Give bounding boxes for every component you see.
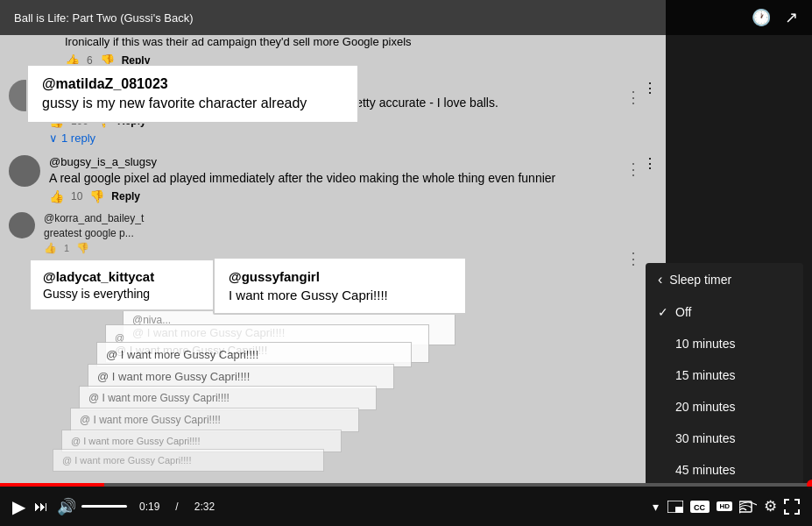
stacked-box-8: @ I want more Gussy Capri!!!! xyxy=(53,449,324,472)
hd-badge: HD xyxy=(717,501,732,511)
stacked-box-5: @ I want more Gussy Capri!!!! xyxy=(79,386,377,410)
title-icons: 🕐 ↗ xyxy=(752,8,798,27)
avatar-4 xyxy=(9,212,35,238)
sleep-timer-30min[interactable]: ✓ 30 minutes xyxy=(646,423,803,454)
comment-more-options-area: ⋮ ⋮ ⋮ xyxy=(625,88,641,268)
play-button[interactable]: ▶ xyxy=(12,496,25,517)
volume-slider[interactable] xyxy=(81,505,127,508)
highlight-user-1: @matildaZ_081023 xyxy=(42,76,343,92)
comment-text-4: greatest google p... xyxy=(44,227,657,239)
comment-text-3: A real google pixel ad played immediatel… xyxy=(49,171,634,185)
watch-later-icon[interactable]: 🕐 xyxy=(752,8,771,27)
comment-text-1: Ironically if this was their ad campaign… xyxy=(53,35,653,52)
reply-btn-3[interactable]: Reply xyxy=(111,190,140,203)
sleep-timer-10min[interactable]: ✓ 10 minutes xyxy=(646,328,803,359)
sleep-timer-header: ‹ Sleep timer xyxy=(646,263,803,296)
settings-button[interactable]: ⚙ xyxy=(764,497,777,515)
highlight-text-1: gussy is my new favorite character alrea… xyxy=(42,96,343,111)
reply-toggle-2[interactable]: ∨ 1 reply xyxy=(49,132,634,145)
highlight-comment-3: @ladycat_kittycat Gussy is everything xyxy=(29,259,217,311)
sleep-timer-back-icon[interactable]: ‹ xyxy=(658,272,662,288)
cast-button[interactable] xyxy=(739,500,757,514)
svg-point-5 xyxy=(739,510,741,513)
comment-options-2[interactable]: ⋮ xyxy=(643,80,657,145)
right-controls: CC HD ⚙ xyxy=(667,497,800,515)
comment-user-4: @korra_and_bailey_t xyxy=(44,212,657,224)
highlight-user-2: @gussyfangirl xyxy=(229,269,451,284)
sleep-timer-off[interactable]: ✓ Off xyxy=(646,296,803,328)
dislike-icon-4: 👎 xyxy=(76,242,89,254)
sleep-timer-option-30: 30 minutes xyxy=(675,431,735,445)
highlight-comment-2: @gussyfangirl I want more Gussy Capri!!!… xyxy=(213,257,467,315)
volume-area: 🔊 xyxy=(57,497,127,516)
highlight-text-2: I want more Gussy Capri!!!! xyxy=(229,288,451,302)
sleep-timer-option-20: 20 minutes xyxy=(675,400,735,414)
like-icon-4: 👍 xyxy=(44,242,57,254)
sleep-timer-45min[interactable]: ✓ 45 minutes xyxy=(646,454,803,486)
comment-options-3[interactable]: ⋮ xyxy=(643,155,657,203)
sleep-timer-20min[interactable]: ✓ 20 minutes xyxy=(646,391,803,423)
time-total: 2:32 xyxy=(194,501,215,513)
miniplayer-button[interactable] xyxy=(667,501,683,513)
stacked-box-6: @ I want more Gussy Capri!!!! xyxy=(70,408,359,432)
highlight-comment-1: @matildaZ_081023 gussy is my new favorit… xyxy=(26,64,359,124)
stacked-boxes-area: @niva... @ I want more Gussy Capri!!!! @… xyxy=(53,307,491,482)
share-icon[interactable]: ↗ xyxy=(785,8,798,27)
volume-icon[interactable]: 🔊 xyxy=(57,497,76,516)
check-icon: ✓ xyxy=(658,305,668,319)
sleep-timer-option-45: 45 minutes xyxy=(675,463,735,477)
sleep-timer-popup: ‹ Sleep timer ✓ Off ✓ 10 minutes ✓ 15 mi… xyxy=(646,263,803,487)
video-player[interactable]: Ironically if this was their ad campaign… xyxy=(0,0,812,487)
highlight-user-3: @ladycat_kittycat xyxy=(43,269,203,284)
svg-rect-1 xyxy=(675,507,683,513)
dislike-icon-3: 👎 xyxy=(89,189,104,203)
more-options-2[interactable]: ⋮ xyxy=(625,160,641,179)
subtitles-button[interactable]: CC xyxy=(690,501,710,513)
quality-button[interactable]: HD xyxy=(717,501,732,511)
sleep-timer-option-15: 15 minutes xyxy=(675,368,735,382)
sleep-timer-option-off: Off xyxy=(675,305,691,319)
title-bar: Ball is Life: Part Two (Gussi's Back) 🕐 … xyxy=(0,0,812,35)
sleep-timer-15min[interactable]: ✓ 15 minutes xyxy=(646,359,803,391)
like-count-4: 1 xyxy=(64,243,69,253)
next-button[interactable]: ⏭ xyxy=(34,499,48,515)
more-options-1[interactable]: ⋮ xyxy=(625,88,641,107)
comment-user-3: @bugsy_is_a_slugsy xyxy=(49,155,634,168)
time-separator: / xyxy=(175,501,178,513)
sleep-timer-title: Sleep timer xyxy=(669,273,731,287)
time-display: 0:19 xyxy=(139,501,159,513)
avatar-3 xyxy=(9,155,40,187)
video-title: Ball is Life: Part Two (Gussi's Back) xyxy=(14,11,194,25)
like-count-3: 10 xyxy=(71,190,82,203)
controls-bar: ▶ ⏭ 🔊 0:19 / 2:32 ▾ CC HD xyxy=(0,487,812,526)
highlight-text-3: Gussy is everything xyxy=(43,287,203,301)
chapters-chevron[interactable]: ▾ xyxy=(653,500,659,514)
fullscreen-button[interactable] xyxy=(784,499,800,515)
more-options-3[interactable]: ⋮ xyxy=(625,249,641,268)
like-icon-3: 👍 xyxy=(49,189,64,203)
sleep-timer-option-10: 10 minutes xyxy=(675,337,735,351)
svg-text:CC: CC xyxy=(694,503,705,512)
